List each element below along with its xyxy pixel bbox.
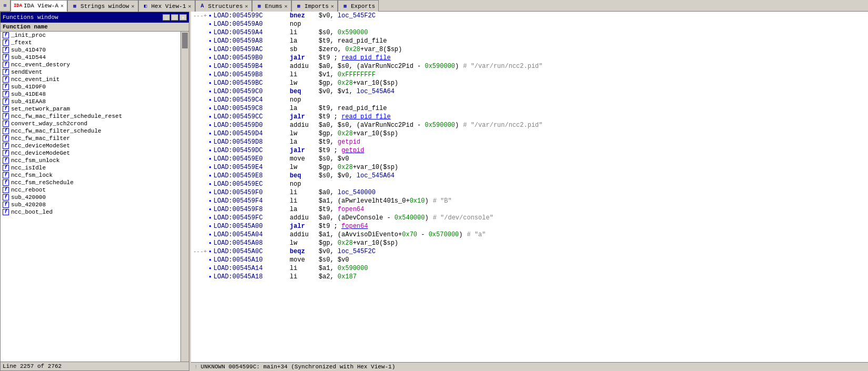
function-icon: f — [3, 84, 9, 90]
function-list-item[interactable]: fncc_reboot — [1, 186, 180, 194]
code-line[interactable]: ●LOAD:005459B4addiu$a0, $s0, (aVarRunNcc… — [191, 62, 868, 71]
function-list-item[interactable]: fset_network_param — [1, 105, 180, 113]
tab-imports-label: Imports — [305, 3, 329, 9]
code-line[interactable]: ●LOAD:005459C8la$t9, read_pid_file — [191, 104, 868, 113]
code-mnemonic: bnez — [290, 12, 319, 20]
code-line[interactable]: ●LOAD:00545A08lw$gp, 0x28+var_10($sp) — [191, 239, 868, 247]
function-list[interactable]: f_init_procf_ftextfsub_41D470fsub_41D544… — [1, 32, 180, 362]
code-line[interactable]: ●LOAD:005459E8beq$s0, $v0, loc_545A64 — [191, 172, 868, 180]
tab-ida-close[interactable]: ✕ — [60, 3, 64, 9]
code-operands: $zero, 0x28+var_8($sp) — [319, 45, 402, 54]
code-operands: $t9 ; getpid — [319, 146, 364, 155]
code-line[interactable]: ●LOAD:005459A4li$s0, 0x590000 — [191, 28, 868, 37]
tab-enums-close[interactable]: ✕ — [285, 3, 288, 9]
code-line[interactable]: ●LOAD:005459B8li$v1, 0xFFFFFFFF — [191, 71, 868, 79]
code-line[interactable]: ●LOAD:005459D0addiu$a0, $s0, (aVarRunNcc… — [191, 121, 868, 129]
code-address: LOAD:00545A14 — [214, 264, 290, 273]
function-list-item[interactable]: fncc_deviceModeSet — [1, 142, 180, 149]
tab-imports-close[interactable]: ✕ — [331, 3, 334, 9]
tab-bar: ⊞ IDA IDA View-A ✕ ▦ Strings window ✕ ◧ … — [0, 0, 868, 12]
tab-structures[interactable]: A Structures ✕ — [195, 0, 252, 12]
function-name: sub_41EAA8 — [11, 98, 46, 105]
function-list-item[interactable]: fsub_420208 — [1, 201, 180, 208]
code-line[interactable]: ●LOAD:005459ACsb$zero, 0x28+var_8($sp) — [191, 45, 868, 54]
code-operands: $t9 ; read_pid_file — [319, 54, 391, 62]
code-line[interactable]: ●LOAD:005459FCaddiu$a0, (aDevConsole - 0… — [191, 214, 868, 222]
tab-imports[interactable]: ▦ Imports ✕ — [291, 0, 338, 12]
function-list-item[interactable]: fncc_fsm_unlock — [1, 157, 180, 164]
tab-enums[interactable]: ▦ Enums ✕ — [252, 0, 291, 12]
tab-exports[interactable]: ▦ Exports — [338, 0, 379, 12]
line-dot: ● — [209, 62, 211, 71]
functions-scrollbar[interactable] — [180, 32, 189, 362]
code-line[interactable]: ●LOAD:005459DCjalr$t9 ; getpid — [191, 146, 868, 155]
function-list-item[interactable]: fncc_deviceModeGet — [1, 149, 180, 157]
code-line[interactable]: ---+●LOAD:0054599Cbnez$v0, loc_545F2C — [191, 12, 868, 20]
close-btn[interactable]: ✕ — [179, 14, 187, 21]
code-address: LOAD:005459CC — [214, 113, 290, 121]
function-list-item[interactable]: fncc_fw_mac_filter_schedule_reset — [1, 113, 180, 120]
code-line[interactable]: ●LOAD:005459B0jalr$t9 ; read_pid_file — [191, 54, 868, 62]
code-line[interactable]: ●LOAD:005459D8la$t9, getpid — [191, 138, 868, 146]
function-list-item[interactable]: fncc_event_destory — [1, 61, 180, 68]
code-mnemonic: li — [290, 188, 319, 197]
code-line[interactable]: ●LOAD:005459A0nop — [191, 20, 868, 28]
code-line[interactable]: ●LOAD:005459E0move$s0, $v0 — [191, 155, 868, 163]
code-line[interactable]: ●LOAD:005459C0beq$v0, $v1, loc_545A64 — [191, 87, 868, 96]
function-list-item[interactable]: fsub_41EAA8 — [1, 98, 180, 105]
code-line[interactable]: ●LOAD:005459E4lw$gp, 0x28+var_10($sp) — [191, 163, 868, 172]
code-address: LOAD:005459D0 — [214, 121, 290, 129]
ida-icon: IDA — [14, 2, 22, 9]
code-line[interactable]: ●LOAD:005459ECnop — [191, 180, 868, 188]
code-line[interactable]: ●LOAD:005459A8la$t9, read_pid_file — [191, 37, 868, 45]
code-mnemonic: li — [290, 28, 319, 37]
function-list-item[interactable]: fsub_41D544 — [1, 54, 180, 61]
function-list-item[interactable]: fsub_41D9F0 — [1, 83, 180, 91]
function-list-item[interactable]: fncc_event_init — [1, 76, 180, 83]
line-dot: ● — [209, 214, 211, 222]
tab-structures-close[interactable]: ✕ — [245, 3, 248, 9]
function-list-item[interactable]: fncc_fsm_reSchedule — [1, 179, 180, 186]
function-list-item[interactable]: f_init_proc — [1, 32, 180, 39]
minimize-btn[interactable]: _ — [163, 14, 170, 21]
code-line[interactable]: ●LOAD:005459F0li$a0, loc_540000 — [191, 188, 868, 197]
tab-hex-view[interactable]: ◧ Hex View-1 ✕ — [138, 0, 195, 12]
function-list-item[interactable]: fsub_41D470 — [1, 46, 180, 54]
line-dot: ● — [209, 96, 211, 104]
function-list-item[interactable]: fncc_boot_led — [1, 208, 180, 216]
function-list-item[interactable]: fncc_isIdle — [1, 164, 180, 172]
code-line[interactable]: ●LOAD:00545A00jalr$t9 ; fopen64 — [191, 222, 868, 230]
code-line[interactable]: ●LOAD:005459CCjalr$t9 ; read_pid_file — [191, 113, 868, 121]
code-mnemonic: beq — [290, 172, 319, 180]
code-line[interactable]: ●LOAD:00545A10move$s0, $v0 — [191, 256, 868, 264]
code-line[interactable]: ●LOAD:005459D4lw$gp, 0x28+var_10($sp) — [191, 129, 868, 138]
function-list-item[interactable]: fncc_fw_mac_filter_schedule — [1, 127, 180, 135]
line-dot: ● — [209, 138, 211, 146]
tab-ida-view[interactable]: IDA IDA View-A ✕ — [11, 0, 67, 12]
function-list-item[interactable]: fsub_41DE48 — [1, 91, 180, 98]
tab-hex-close[interactable]: ✕ — [188, 3, 191, 9]
function-icon: f — [3, 150, 9, 156]
code-line[interactable]: ---+●LOAD:00545A0Cbeqz$v0, loc_545F2C — [191, 247, 868, 256]
function-list-item[interactable]: fsendEvent — [1, 68, 180, 76]
maximize-btn[interactable]: □ — [171, 14, 178, 21]
code-line[interactable]: ●LOAD:005459F4li$a1, (aPwrlevelht401s_0+… — [191, 197, 868, 205]
functions-titlebar: Functions window _ □ ✕ — [1, 12, 189, 23]
code-line[interactable]: ●LOAD:00545A18li$a2, 0x187 — [191, 273, 868, 281]
code-operands: $a1, (aPwrlevelht401s_0+0x10) — [319, 197, 429, 205]
function-list-item[interactable]: f_ftext — [1, 39, 180, 46]
gutter-indicator: ---+ — [193, 247, 209, 256]
code-area[interactable]: ---+●LOAD:0054599Cbnez$v0, loc_545F2C ●L… — [191, 12, 868, 362]
tab-strings-close[interactable]: ✕ — [131, 3, 134, 9]
function-list-item[interactable]: fncc_fw_mac_filter — [1, 135, 180, 142]
code-line[interactable]: ●LOAD:005459F8la$t9, fopen64 — [191, 205, 868, 214]
code-line[interactable]: ●LOAD:00545A04addiu$a1, (aAvvisoDiEvento… — [191, 230, 868, 239]
code-mnemonic: nop — [290, 20, 319, 28]
function-list-item[interactable]: fncc_fsm_lock — [1, 172, 180, 179]
function-list-item[interactable]: fsub_420000 — [1, 194, 180, 201]
function-list-item[interactable]: fconvert_wday_sch2crond — [1, 120, 180, 127]
code-line[interactable]: ●LOAD:005459C4nop — [191, 96, 868, 104]
tab-strings[interactable]: ▦ Strings window ✕ — [67, 0, 138, 12]
code-line[interactable]: ●LOAD:005459BClw$gp, 0x28+var_10($sp) — [191, 79, 868, 87]
code-line[interactable]: ●LOAD:00545A14li$a1, 0x590000 — [191, 264, 868, 273]
